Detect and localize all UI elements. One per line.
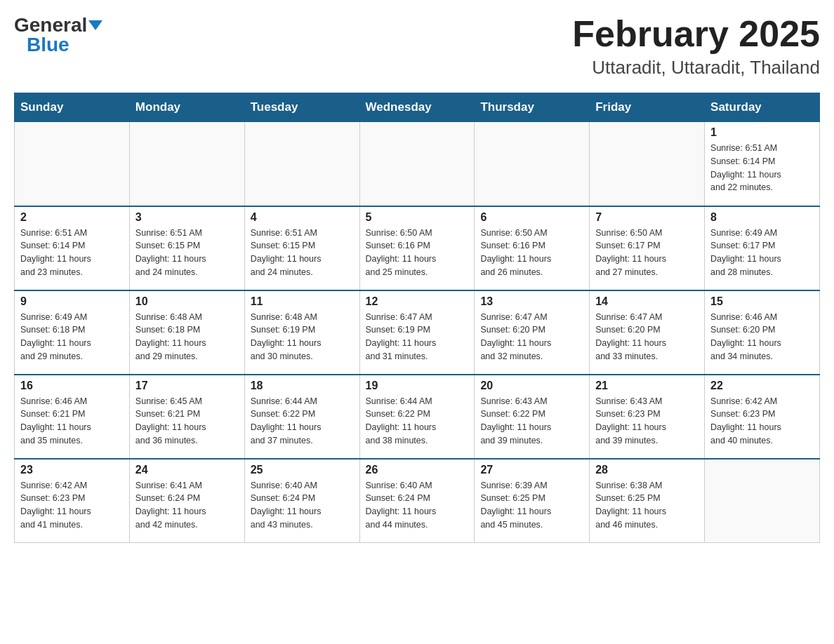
day-info: Sunrise: 6:42 AMSunset: 6:23 PMDaylight:… xyxy=(20,479,124,532)
day-number: 15 xyxy=(710,295,814,308)
col-tuesday: Tuesday xyxy=(244,93,359,122)
day-info: Sunrise: 6:46 AMSunset: 6:20 PMDaylight:… xyxy=(710,311,814,363)
day-number: 3 xyxy=(135,211,239,224)
day-info: Sunrise: 6:40 AMSunset: 6:24 PMDaylight:… xyxy=(366,479,469,532)
day-number: 12 xyxy=(366,295,469,308)
table-row: 23Sunrise: 6:42 AMSunset: 6:23 PMDayligh… xyxy=(15,459,130,543)
table-row: 3Sunrise: 6:51 AMSunset: 6:15 PMDaylight… xyxy=(129,206,244,290)
day-info: Sunrise: 6:51 AMSunset: 6:15 PMDaylight:… xyxy=(251,227,354,279)
table-row: 25Sunrise: 6:40 AMSunset: 6:24 PMDayligh… xyxy=(244,459,359,543)
day-info: Sunrise: 6:49 AMSunset: 6:17 PMDaylight:… xyxy=(710,227,814,279)
day-info: Sunrise: 6:49 AMSunset: 6:18 PMDaylight:… xyxy=(20,311,124,363)
day-info: Sunrise: 6:48 AMSunset: 6:19 PMDaylight:… xyxy=(251,311,354,363)
title-section: February 2025 Uttaradit, Uttaradit, Thai… xyxy=(572,14,820,79)
day-info: Sunrise: 6:46 AMSunset: 6:21 PMDaylight:… xyxy=(20,395,124,448)
day-info: Sunrise: 6:42 AMSunset: 6:23 PMDaylight:… xyxy=(710,395,814,448)
calendar-week-row: 16Sunrise: 6:46 AMSunset: 6:21 PMDayligh… xyxy=(15,375,820,459)
day-info: Sunrise: 6:51 AMSunset: 6:14 PMDaylight:… xyxy=(710,142,814,194)
day-number: 5 xyxy=(366,211,469,224)
day-info: Sunrise: 6:45 AMSunset: 6:21 PMDaylight:… xyxy=(135,395,239,448)
logo: General Blue xyxy=(14,14,102,56)
table-row: 16Sunrise: 6:46 AMSunset: 6:21 PMDayligh… xyxy=(15,375,130,459)
day-number: 1 xyxy=(710,126,814,139)
table-row: 27Sunrise: 6:39 AMSunset: 6:25 PMDayligh… xyxy=(475,459,590,543)
day-info: Sunrise: 6:50 AMSunset: 6:16 PMDaylight:… xyxy=(480,227,583,279)
day-number: 20 xyxy=(480,380,583,392)
day-number: 13 xyxy=(480,295,583,308)
logo-triangle-icon xyxy=(88,20,102,30)
day-number: 25 xyxy=(251,464,354,476)
table-row: 4Sunrise: 6:51 AMSunset: 6:15 PMDaylight… xyxy=(244,206,359,290)
calendar-week-row: 23Sunrise: 6:42 AMSunset: 6:23 PMDayligh… xyxy=(15,459,820,543)
day-number: 4 xyxy=(251,211,354,224)
day-number: 28 xyxy=(595,464,699,476)
day-number: 16 xyxy=(20,380,124,392)
day-info: Sunrise: 6:47 AMSunset: 6:20 PMDaylight:… xyxy=(480,311,583,363)
day-number: 10 xyxy=(135,295,239,308)
day-info: Sunrise: 6:47 AMSunset: 6:20 PMDaylight:… xyxy=(595,311,699,363)
calendar-week-row: 2Sunrise: 6:51 AMSunset: 6:14 PMDaylight… xyxy=(15,206,820,290)
day-number: 18 xyxy=(251,380,354,392)
day-info: Sunrise: 6:40 AMSunset: 6:24 PMDaylight:… xyxy=(251,479,354,532)
day-number: 6 xyxy=(480,211,583,224)
location: Uttaradit, Uttaradit, Thailand xyxy=(572,57,820,79)
col-wednesday: Wednesday xyxy=(359,93,475,122)
table-row: 8Sunrise: 6:49 AMSunset: 6:17 PMDaylight… xyxy=(705,206,820,290)
table-row xyxy=(359,122,475,206)
logo-blue-text: Blue xyxy=(27,34,70,56)
day-info: Sunrise: 6:43 AMSunset: 6:23 PMDaylight:… xyxy=(595,395,699,448)
col-sunday: Sunday xyxy=(15,93,130,122)
table-row xyxy=(244,122,359,206)
day-info: Sunrise: 6:47 AMSunset: 6:19 PMDaylight:… xyxy=(366,311,469,363)
page-header: General Blue February 2025 Uttaradit, Ut… xyxy=(14,14,820,79)
day-number: 26 xyxy=(366,464,469,476)
table-row: 7Sunrise: 6:50 AMSunset: 6:17 PMDaylight… xyxy=(590,206,705,290)
table-row: 20Sunrise: 6:43 AMSunset: 6:22 PMDayligh… xyxy=(475,375,590,459)
table-row: 12Sunrise: 6:47 AMSunset: 6:19 PMDayligh… xyxy=(359,290,475,375)
table-row xyxy=(129,122,244,206)
day-info: Sunrise: 6:41 AMSunset: 6:24 PMDaylight:… xyxy=(135,479,239,532)
day-info: Sunrise: 6:44 AMSunset: 6:22 PMDaylight:… xyxy=(251,395,354,448)
day-number: 27 xyxy=(480,464,583,476)
day-number: 2 xyxy=(20,211,124,224)
calendar-table: Sunday Monday Tuesday Wednesday Thursday… xyxy=(14,93,820,543)
table-row: 1Sunrise: 6:51 AMSunset: 6:14 PMDaylight… xyxy=(705,122,820,206)
table-row: 13Sunrise: 6:47 AMSunset: 6:20 PMDayligh… xyxy=(475,290,590,375)
day-number: 14 xyxy=(595,295,699,308)
table-row: 6Sunrise: 6:50 AMSunset: 6:16 PMDaylight… xyxy=(475,206,590,290)
col-friday: Friday xyxy=(590,93,705,122)
table-row xyxy=(15,122,130,206)
day-info: Sunrise: 6:44 AMSunset: 6:22 PMDaylight:… xyxy=(366,395,469,448)
month-title: February 2025 xyxy=(572,14,820,54)
day-number: 9 xyxy=(20,295,124,308)
table-row: 2Sunrise: 6:51 AMSunset: 6:14 PMDaylight… xyxy=(15,206,130,290)
calendar-week-row: 1Sunrise: 6:51 AMSunset: 6:14 PMDaylight… xyxy=(15,122,820,206)
table-row: 17Sunrise: 6:45 AMSunset: 6:21 PMDayligh… xyxy=(129,375,244,459)
table-row: 22Sunrise: 6:42 AMSunset: 6:23 PMDayligh… xyxy=(705,375,820,459)
day-number: 8 xyxy=(710,211,814,224)
table-row: 18Sunrise: 6:44 AMSunset: 6:22 PMDayligh… xyxy=(244,375,359,459)
table-row: 28Sunrise: 6:38 AMSunset: 6:25 PMDayligh… xyxy=(590,459,705,543)
table-row xyxy=(705,459,820,543)
day-number: 11 xyxy=(251,295,354,308)
day-info: Sunrise: 6:51 AMSunset: 6:14 PMDaylight:… xyxy=(20,227,124,279)
table-row: 10Sunrise: 6:48 AMSunset: 6:18 PMDayligh… xyxy=(129,290,244,375)
table-row: 5Sunrise: 6:50 AMSunset: 6:16 PMDaylight… xyxy=(359,206,475,290)
day-number: 7 xyxy=(595,211,699,224)
calendar-week-row: 9Sunrise: 6:49 AMSunset: 6:18 PMDaylight… xyxy=(15,290,820,375)
day-number: 22 xyxy=(710,380,814,392)
day-info: Sunrise: 6:39 AMSunset: 6:25 PMDaylight:… xyxy=(480,479,583,532)
table-row: 26Sunrise: 6:40 AMSunset: 6:24 PMDayligh… xyxy=(359,459,475,543)
table-row: 14Sunrise: 6:47 AMSunset: 6:20 PMDayligh… xyxy=(590,290,705,375)
day-info: Sunrise: 6:38 AMSunset: 6:25 PMDaylight:… xyxy=(595,479,699,532)
day-info: Sunrise: 6:51 AMSunset: 6:15 PMDaylight:… xyxy=(135,227,239,279)
day-info: Sunrise: 6:43 AMSunset: 6:22 PMDaylight:… xyxy=(480,395,583,448)
day-number: 17 xyxy=(135,380,239,392)
table-row: 15Sunrise: 6:46 AMSunset: 6:20 PMDayligh… xyxy=(705,290,820,375)
table-row: 11Sunrise: 6:48 AMSunset: 6:19 PMDayligh… xyxy=(244,290,359,375)
table-row: 21Sunrise: 6:43 AMSunset: 6:23 PMDayligh… xyxy=(590,375,705,459)
table-row: 24Sunrise: 6:41 AMSunset: 6:24 PMDayligh… xyxy=(129,459,244,543)
calendar-header-row: Sunday Monday Tuesday Wednesday Thursday… xyxy=(15,93,820,122)
day-number: 21 xyxy=(595,380,699,392)
day-info: Sunrise: 6:50 AMSunset: 6:16 PMDaylight:… xyxy=(366,227,469,279)
